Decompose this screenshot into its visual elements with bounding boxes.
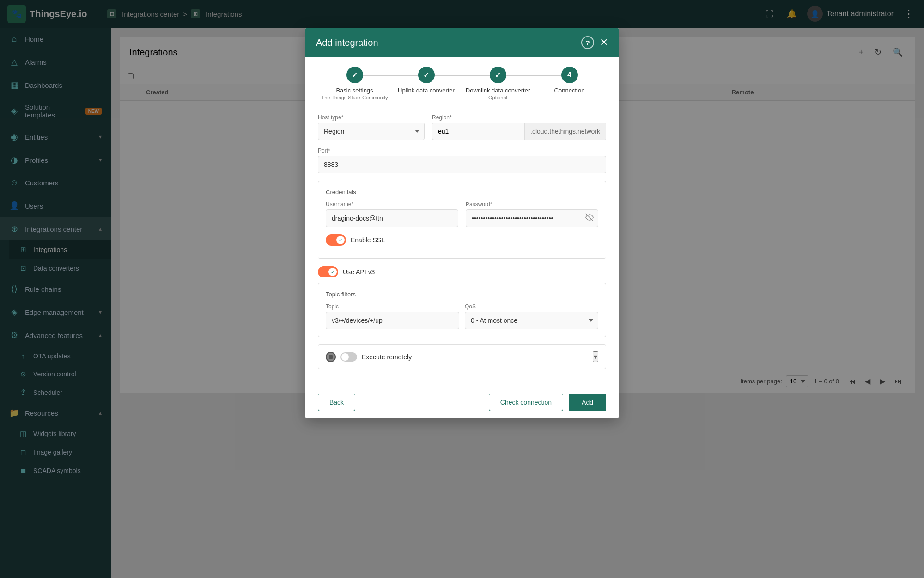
username-group: Username* <box>326 201 458 227</box>
host-type-select[interactable]: Region <box>318 123 425 140</box>
dialog-body: Host type* Region Region* .cloud.thethin… <box>305 105 619 386</box>
password-toggle-button[interactable] <box>585 213 594 223</box>
add-button[interactable]: Add <box>569 394 606 411</box>
topic-row: Topic QoS 0 - At most once 1 - At least … <box>326 303 598 329</box>
step-downlink-label: Downlink data converter <box>466 87 530 94</box>
qos-label: QoS <box>465 303 598 310</box>
topic-filters-title: Topic filters <box>326 291 598 298</box>
port-label: Port* <box>318 148 606 154</box>
api-toggle-thumb: ✓ <box>328 268 337 276</box>
check-connection-button[interactable]: Check connection <box>489 394 563 411</box>
step-basic-settings-circle: ✓ <box>346 67 363 83</box>
dialog-help-button[interactable]: ? <box>581 36 594 49</box>
enable-ssl-label: Enable SSL <box>351 236 385 244</box>
region-label: Region* <box>432 114 606 121</box>
stepper: ✓ Basic settings The Things Stack Commun… <box>305 57 619 105</box>
credentials-box: Credentials Username* Password* <box>318 181 606 259</box>
step-downlink-circle: ✓ <box>490 67 506 83</box>
topic-input[interactable] <box>326 312 459 329</box>
step-connection-label: Connection <box>554 87 585 94</box>
host-type-group: Host type* Region <box>318 114 425 140</box>
host-region-row: Host type* Region Region* .cloud.thethin… <box>318 114 606 140</box>
host-type-label: Host type* <box>318 114 425 121</box>
execute-stop-icon <box>326 352 336 362</box>
region-input-group: .cloud.thethings.network <box>432 123 606 140</box>
execute-remotely-label: Execute remotely <box>362 353 412 361</box>
back-button[interactable]: Back <box>318 394 355 411</box>
step-basic-settings: ✓ Basic settings The Things Stack Commun… <box>319 67 390 100</box>
execute-stop-inner <box>329 355 333 359</box>
step-uplink-circle: ✓ <box>418 67 435 83</box>
enable-ssl-row: ✓ Enable SSL <box>326 234 598 246</box>
port-row: Port* <box>318 148 606 173</box>
password-input[interactable] <box>466 209 598 227</box>
port-group: Port* <box>318 148 606 173</box>
topic-group: Topic <box>326 303 459 329</box>
qos-select[interactable]: 0 - At most once 1 - At least once 2 - E… <box>465 312 598 329</box>
dialog-header: Add integration ? ✕ <box>305 28 619 57</box>
dialog-title: Add integration <box>316 37 378 48</box>
topic-label: Topic <box>326 303 459 310</box>
ssl-toggle-thumb: ✓ <box>336 236 345 244</box>
execute-left: Execute remotely <box>326 352 412 362</box>
region-group: Region* .cloud.thethings.network <box>432 114 606 140</box>
dialog-close-button[interactable]: ✕ <box>600 37 608 48</box>
use-api-row: ✓ Use API v3 <box>318 266 606 277</box>
step-downlink: ✓ Downlink data converter Optional <box>462 67 534 100</box>
ssl-toggle-track: ✓ <box>326 234 346 246</box>
execute-remotely-toggle[interactable] <box>340 352 357 362</box>
credentials-title: Credentials <box>326 189 598 196</box>
use-api-label: Use API v3 <box>343 268 375 276</box>
region-suffix: .cloud.thethings.network <box>524 123 606 140</box>
execute-toggle-thumb <box>341 353 349 361</box>
password-group: Password* <box>466 201 598 227</box>
use-api-toggle[interactable]: ✓ <box>318 266 338 277</box>
username-label: Username* <box>326 201 458 208</box>
step-downlink-sublabel: Optional <box>488 95 507 100</box>
step-uplink-label: Uplink data converter <box>398 87 455 94</box>
step-uplink: ✓ Uplink data converter <box>390 67 462 95</box>
topic-filters-box: Topic filters Topic QoS 0 - At most once… <box>318 283 606 337</box>
port-input[interactable] <box>318 156 606 173</box>
credentials-row: Username* Password* <box>326 201 598 227</box>
add-integration-dialog: Add integration ? ✕ ✓ Basic settings The… <box>305 28 619 418</box>
execute-remotely-expand-button[interactable]: ▾ <box>593 351 598 362</box>
modal-overlay: Add integration ? ✕ ✓ Basic settings The… <box>0 0 924 578</box>
step-connection: 4 Connection <box>534 67 605 95</box>
dialog-footer-right: Check connection Add <box>489 394 606 411</box>
step-basic-settings-label: Basic settings <box>336 87 373 94</box>
step-basic-settings-sublabel: The Things Stack Community <box>321 95 388 100</box>
step-connection-circle: 4 <box>561 67 578 83</box>
username-input[interactable] <box>326 209 458 227</box>
enable-ssl-toggle[interactable]: ✓ <box>326 234 346 246</box>
dialog-header-actions: ? ✕ <box>581 36 608 49</box>
api-toggle-track: ✓ <box>318 266 338 277</box>
execute-remotely-row: Execute remotely ▾ <box>318 344 606 369</box>
qos-group: QoS 0 - At most once 1 - At least once 2… <box>465 303 598 329</box>
password-label: Password* <box>466 201 598 208</box>
region-input[interactable] <box>432 123 524 140</box>
dialog-footer: Back Check connection Add <box>305 386 619 418</box>
